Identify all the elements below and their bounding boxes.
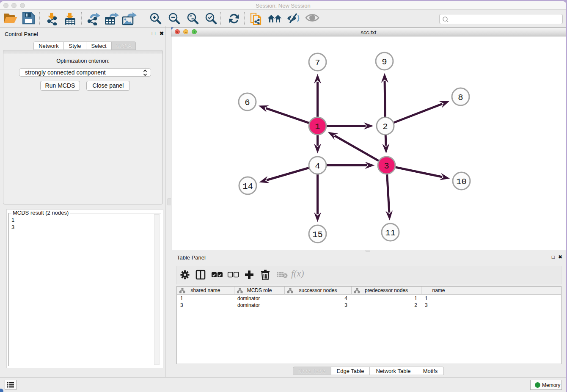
svg-text:7: 7 [315, 58, 320, 68]
svg-text:10: 10 [456, 177, 467, 187]
svg-text:14: 14 [242, 182, 253, 191]
svg-text:9: 9 [382, 57, 387, 67]
svg-text:11: 11 [385, 228, 396, 238]
svg-text:1: 1 [315, 122, 320, 132]
svg-text:3: 3 [384, 161, 389, 171]
svg-text:2: 2 [383, 122, 388, 132]
svg-text:8: 8 [458, 93, 463, 102]
svg-text:6: 6 [245, 98, 250, 108]
svg-text:4: 4 [315, 161, 320, 171]
svg-text:15: 15 [312, 230, 323, 240]
